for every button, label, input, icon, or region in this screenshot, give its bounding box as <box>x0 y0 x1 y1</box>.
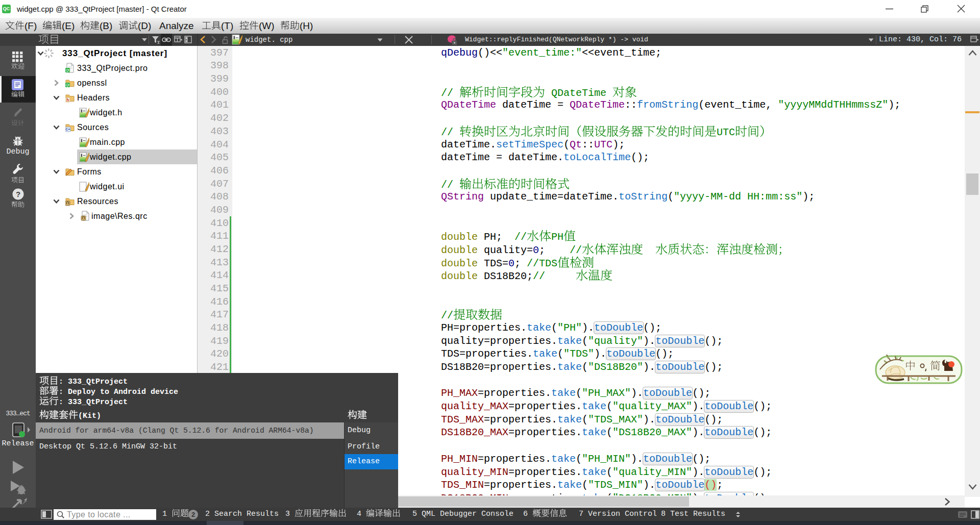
svg-text:C+: C+ <box>65 128 70 132</box>
svg-text:Qt: Qt <box>66 68 69 72</box>
svg-text:Qt: Qt <box>66 83 69 87</box>
svg-text:?: ? <box>16 190 20 198</box>
svg-text:h: h <box>66 98 69 103</box>
